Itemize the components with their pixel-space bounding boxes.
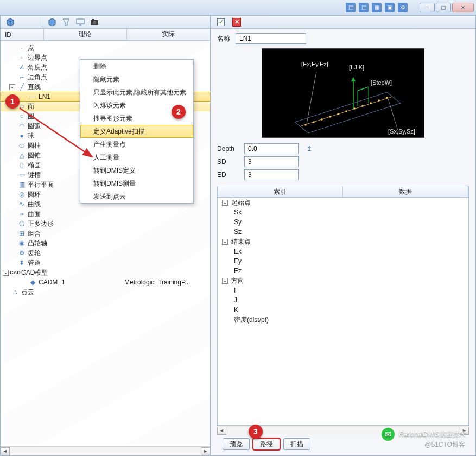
titlebar-icon-1[interactable]: ◫ [346,3,356,12]
line-item-icon: — [29,93,36,100]
preview-button[interactable]: 预览 [223,438,250,450]
context-menu[interactable]: 删除隐藏元素只显示此元素,隐藏所有其他元素闪烁该元素搜寻图形元素定义Adapti… [80,59,194,204]
svg-point-11 [329,116,331,118]
tree-row-cam[interactable]: ◉凸轮轴 [1,238,210,248]
grid-row[interactable]: Sy [218,217,468,227]
grid-row[interactable]: -起始点 [218,198,468,207]
tree-label: 平行平面 [28,180,54,189]
grid-col-data[interactable]: 数据 [343,186,468,197]
titlebar-icon-5[interactable]: ⚙ [398,3,408,12]
hscroll-track[interactable] [10,447,201,455]
toolbar-monitor-icon[interactable] [76,18,85,27]
tree-row-surface-curve[interactable]: ≈曲面 [1,209,210,219]
grid-row[interactable]: J [218,295,468,305]
pointcloud-icon: ∴ [11,288,19,296]
grid-label: 密度(dist/pt) [234,315,269,325]
left-pane: ID 理论 实际 ·点◦边界点∠角度点⌐边角点-╱直线—LN1▱面○圆◠圆弧●球… [0,15,211,456]
hscroll-right-button[interactable]: ► [201,447,210,455]
hscroll-left-button[interactable]: ◄ [1,447,10,455]
toolbar-cube-icon[interactable] [6,18,15,27]
right-hscroll-left-button[interactable]: ◄ [217,427,226,435]
left-hscroll[interactable]: ◄ ► [1,446,210,455]
column-theory[interactable]: 理论 [44,29,127,40]
tree-row-pipe[interactable]: ⬍管道 [1,258,210,268]
tree-label: 圆 [28,112,34,121]
polygon-icon: ⬠ [18,220,26,227]
titlebar-icon-3[interactable]: ▦ [372,3,382,12]
grid-row[interactable]: Ey [218,256,468,266]
context-menu-item-6[interactable]: 产生测量点 [80,138,193,151]
context-menu-item-8[interactable]: 转到DMIS定义 [80,164,193,177]
corner-point-icon: ⌐ [18,73,26,81]
grid-row[interactable]: Sz [218,227,468,237]
tree-expander-icon[interactable]: - [3,270,9,276]
sd-input[interactable] [244,156,299,167]
svg-line-20 [388,99,398,130]
tree-label: 正多边形 [28,219,54,229]
tree-row-point[interactable]: ·点 [1,43,210,53]
context-menu-item-1[interactable]: 隐藏元素 [80,73,193,86]
path-button[interactable]: 路径 [253,438,280,450]
grid-row[interactable]: -结束点 [218,237,468,246]
svg-point-13 [345,110,347,112]
cancel-x-icon[interactable]: ✕ [232,18,241,27]
depth-input[interactable] [244,143,299,154]
depth-direction-icon[interactable]: ↥ [304,143,315,154]
toolbar-camera-icon[interactable] [90,18,99,27]
window-close-button[interactable]: × [452,3,474,12]
grid-row[interactable]: Sx [218,207,468,217]
window-minimize-button[interactable]: – [420,3,435,12]
diagram-label-sx: [Sx,Sy,Sz] [388,128,415,135]
grid-body[interactable]: -起始点SxSySz-结束点ExEyEz-方向IJK密度(dist/pt) [217,198,469,426]
grid-expander-icon[interactable]: - [222,200,228,206]
tree-row-gear[interactable]: ⚙齿轮 [1,248,210,258]
window-maximize-button[interactable]: □ [436,3,451,12]
ed-input[interactable] [244,169,299,180]
tree-row-pointcloud[interactable]: ∴点云 [1,287,210,297]
svg-point-4 [93,21,96,24]
tree-row-polygon[interactable]: ⬠正多边形 [1,219,210,229]
name-input[interactable] [236,33,306,44]
svg-point-12 [337,113,339,115]
grid-row[interactable]: Ex [218,246,468,256]
toolbar-filter-icon[interactable] [62,18,71,27]
svg-point-18 [386,97,388,99]
tree-row-cad[interactable]: -CADCAD模型 [1,268,210,277]
confirm-check-icon[interactable]: ✓ [217,18,225,26]
grid-label: Ex [234,248,242,255]
toolbar-cube2-icon[interactable] [48,18,56,27]
context-menu-item-0[interactable]: 删除 [80,60,193,73]
context-menu-item-2[interactable]: 只显示此元素,隐藏所有其他元素 [80,86,193,99]
torus-icon: ◎ [18,191,26,198]
watermark-brand: ✉ RationalDMIS测量技术 [382,428,465,441]
tree-row-cad-item[interactable]: ◆CADM_1Metrologic_TrainingP... [1,277,210,287]
grid-row[interactable]: -方向 [218,276,468,286]
tree-expander-icon[interactable]: - [9,84,15,90]
grid-row[interactable]: Ez [218,266,468,276]
context-menu-item-7[interactable]: 人工测量 [80,151,193,164]
context-menu-item-9[interactable]: 转到DMIS测量 [80,177,193,190]
context-menu-item-5[interactable]: 定义Adaptive扫描 [80,125,193,138]
annotation-1: 1 [5,94,20,109]
grid-row[interactable]: 密度(dist/pt) [218,315,468,325]
grid-label: 起始点 [231,198,251,207]
column-actual[interactable]: 实际 [127,29,210,40]
grid-row[interactable]: I [218,286,468,295]
grid-row[interactable]: K [218,305,468,315]
ed-label: ED [217,171,239,179]
grid-expander-icon[interactable]: - [222,278,228,284]
tree-row-group[interactable]: ⊞组合 [1,229,210,238]
context-menu-item-10[interactable]: 发送到点云 [80,190,193,203]
depth-row: Depth ↥ [217,143,469,154]
titlebar-icon-4[interactable]: ▣ [385,3,395,12]
grid-header: 索引 数据 [217,186,469,198]
column-id[interactable]: ID [1,29,44,40]
grid-col-index[interactable]: 索引 [218,186,343,197]
tree-label: 圆环 [28,190,41,199]
cad-icon: CAD [11,269,19,276]
grid-expander-icon[interactable]: - [222,239,228,245]
titlebar-icon-2[interactable]: ◫ [359,3,369,12]
tree-label: CADM_1 [39,278,65,286]
scan-button[interactable]: 扫描 [283,438,310,450]
slot-icon: ▭ [18,171,26,179]
